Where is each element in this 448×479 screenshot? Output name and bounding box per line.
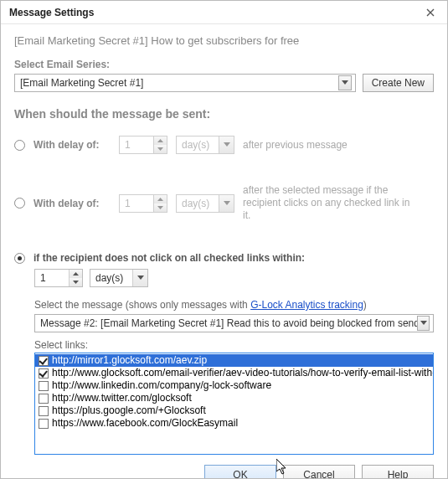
chevron-down-icon — [338, 75, 352, 90]
label-text: Select the message (shows only messages … — [34, 299, 250, 311]
delay-value-spinner[interactable]: 1 — [119, 136, 167, 154]
spinner-value: 1 — [35, 270, 69, 286]
spinner-buttons — [69, 270, 82, 286]
series-label: Select Email Series: — [14, 59, 434, 70]
link-url: http://www.twitter.com/glocksoft — [52, 392, 192, 404]
link-url: http://mirror1.glocksoft.com/aev.zip — [52, 354, 207, 367]
series-selected-value: [Email Marketing Secret #1] — [20, 77, 143, 89]
spinner-value: 1 — [120, 195, 153, 212]
link-item[interactable]: http://www.linkedin.com/company/g-lock-s… — [35, 379, 433, 392]
unit-value: day(s) — [90, 272, 132, 284]
link-checkbox[interactable] — [39, 356, 49, 366]
radio-delay-after-click[interactable] — [14, 198, 25, 209]
link-checkbox[interactable] — [39, 419, 49, 429]
link-item[interactable]: http://www.glocksoft.com/email-verifier/… — [35, 367, 433, 379]
option-no-click: if the recipient does not click on all c… — [14, 252, 434, 264]
spinner-up[interactable] — [70, 270, 82, 278]
dialog-content: [Email Marketing Secret #1] How to get s… — [1, 24, 447, 478]
link-item[interactable]: https://www.facebook.com/GlockEasymail — [35, 417, 433, 430]
option-delay-after-click: With delay of: 1 day(s) after the select… — [14, 184, 434, 222]
close-icon — [426, 8, 435, 17]
spinner-value: 1 — [120, 136, 153, 153]
spinner-down[interactable] — [70, 278, 82, 286]
link-checkbox[interactable] — [39, 394, 49, 404]
link-checkbox[interactable] — [39, 381, 49, 391]
link-item[interactable]: http://mirror1.glocksoft.com/aev.zip — [35, 354, 433, 367]
message-selected-value: Message #2: [Email Marketing Secret #1] … — [40, 317, 417, 329]
link-checkbox[interactable] — [39, 368, 49, 379]
spinner-up[interactable] — [154, 136, 167, 145]
option-label: With delay of: — [33, 198, 111, 209]
help-button[interactable]: Help — [362, 465, 434, 478]
unit-value: day(s) — [177, 198, 219, 209]
link-item[interactable]: http://www.twitter.com/glocksoft — [35, 392, 433, 404]
link-url: https://www.facebook.com/GlockEasymail — [52, 417, 238, 430]
link-item[interactable]: https://plus.google.com/+Glocksoft — [35, 404, 433, 417]
option-label: With delay of: — [33, 139, 111, 151]
series-dropdown[interactable]: [Email Marketing Secret #1] — [14, 74, 356, 92]
dialog-footer: OK Cancel Help — [14, 455, 434, 478]
chevron-down-icon — [132, 270, 147, 286]
radio-no-click[interactable] — [14, 253, 25, 264]
chevron-down-icon — [219, 195, 234, 212]
message-select-label: Select the message (shows only messages … — [34, 299, 434, 311]
link-url: https://plus.google.com/+Glocksoft — [52, 404, 206, 417]
window-title: Message Settings — [9, 7, 94, 18]
option-delay-after-previous: With delay of: 1 day(s) after previous m… — [14, 136, 434, 154]
delay-unit-dropdown[interactable]: day(s) — [176, 136, 234, 154]
spinner-buttons — [153, 195, 167, 212]
message-dropdown[interactable]: Message #2: [Email Marketing Secret #1] … — [34, 314, 434, 332]
delay-unit-dropdown[interactable]: day(s) — [176, 194, 234, 213]
links-label: Select links: — [34, 339, 434, 351]
schedule-heading: When should the message be sent: — [14, 107, 434, 121]
message-subject: [Email Marketing Secret #1] How to get s… — [14, 34, 434, 47]
option-label: if the recipient does not click on all c… — [33, 252, 305, 264]
cancel-button[interactable]: Cancel — [283, 465, 355, 478]
spinner-up[interactable] — [154, 195, 167, 203]
noclick-value-spinner[interactable]: 1 — [34, 269, 83, 287]
chevron-down-icon — [219, 136, 234, 153]
create-new-button[interactable]: Create New — [363, 74, 434, 92]
titlebar: Message Settings — [1, 1, 447, 24]
message-settings-dialog: Message Settings [Email Marketing Secret… — [0, 0, 448, 479]
link-url: http://www.linkedin.com/company/g-lock-s… — [52, 379, 271, 392]
analytics-tracking-link[interactable]: G-Lock Analytics tracking — [250, 299, 363, 311]
close-button[interactable] — [414, 1, 447, 24]
radio-delay-after-previous[interactable] — [14, 140, 25, 151]
spinner-buttons — [153, 136, 167, 153]
after-text: after previous message — [243, 139, 348, 152]
after-text: after the selected message if the recipi… — [243, 184, 419, 222]
link-url: http://www.glocksoft.com/email-verifier/… — [52, 367, 434, 379]
label-text: ) — [363, 299, 367, 311]
delay-value-spinner[interactable]: 1 — [119, 194, 167, 213]
ok-button[interactable]: OK — [204, 465, 276, 478]
chevron-down-icon — [417, 316, 430, 331]
spinner-down[interactable] — [154, 145, 167, 153]
unit-value: day(s) — [177, 139, 219, 151]
link-checkbox[interactable] — [39, 406, 49, 416]
links-listbox[interactable]: http://mirror1.glocksoft.com/aev.ziphttp… — [34, 353, 434, 455]
spinner-down[interactable] — [154, 203, 167, 212]
noclick-unit-dropdown[interactable]: day(s) — [90, 269, 148, 287]
